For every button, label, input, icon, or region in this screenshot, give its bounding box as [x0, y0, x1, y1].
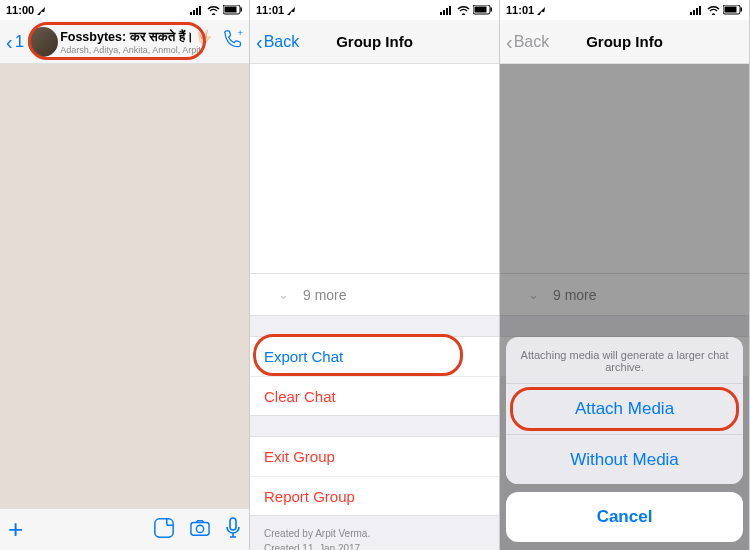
group-info-body[interactable]: ⌄ 9 more Export Chat Clear Chat Exit Gro… — [250, 64, 499, 550]
svg-rect-14 — [446, 8, 448, 15]
back-button[interactable]: ‹ 1 — [6, 32, 24, 52]
wifi-icon — [207, 6, 220, 15]
screen-export-sheet: 11:01 ‹ Back Group Info ⌄ 9 more Export … — [500, 0, 750, 550]
svg-rect-15 — [449, 6, 451, 15]
signal-icon — [690, 6, 704, 15]
report-group-row[interactable]: Report Group — [250, 476, 499, 516]
mic-button[interactable] — [225, 517, 241, 543]
exit-group-row[interactable]: Exit Group — [250, 436, 499, 476]
svg-rect-0 — [190, 12, 192, 15]
group-title: Fossbytes: कर सकते हैं।🤟🏻 — [60, 29, 217, 45]
clear-chat-row[interactable]: Clear Chat — [250, 376, 499, 416]
action-sheet-cancel-group: Cancel — [506, 492, 743, 542]
wifi-icon — [707, 6, 720, 15]
attach-media-button[interactable]: Attach Media — [506, 384, 743, 434]
svg-rect-9 — [191, 522, 209, 535]
chevron-left-icon: ‹ — [506, 32, 513, 52]
svg-rect-18 — [491, 8, 493, 12]
without-media-button[interactable]: Without Media — [506, 434, 743, 484]
svg-rect-24 — [725, 7, 737, 13]
chat-nav-bar: ‹ 1 Fossbytes: कर सकते हैं।🤟🏻 Adarsh, Ad… — [0, 20, 249, 64]
svg-rect-3 — [199, 6, 201, 15]
location-icon — [537, 6, 546, 15]
page-title: Group Info — [336, 33, 413, 50]
location-icon — [287, 6, 296, 15]
group-avatar[interactable] — [28, 27, 58, 57]
svg-rect-8 — [155, 518, 173, 536]
chat-body[interactable] — [0, 64, 249, 508]
status-bar: 11:01 — [500, 0, 749, 20]
members-list-area[interactable] — [250, 64, 499, 274]
battery-icon — [723, 5, 743, 15]
signal-icon — [440, 6, 454, 15]
action-sheet: Attaching media will generate a larger c… — [506, 337, 743, 542]
svg-point-10 — [196, 525, 203, 532]
signal-icon — [190, 6, 204, 15]
back-button[interactable]: ‹ Back — [256, 32, 299, 52]
more-members-row[interactable]: ⌄ 9 more — [250, 274, 499, 316]
camera-button[interactable] — [189, 518, 211, 542]
svg-rect-21 — [696, 8, 698, 15]
status-time: 11:01 — [256, 4, 284, 16]
group-members-subtitle: Adarsh, Aditya, Ankita, Anmol, Arpit — [60, 45, 217, 55]
wifi-icon — [457, 6, 470, 15]
screen-group-info: 11:01 ‹ Back Group Info ⌄ 9 more Export … — [250, 0, 500, 550]
chevron-left-icon: ‹ — [256, 32, 263, 52]
action-sheet-options: Attaching media will generate a larger c… — [506, 337, 743, 484]
status-time: 11:01 — [506, 4, 534, 16]
export-chat-row[interactable]: Export Chat — [250, 336, 499, 376]
group-info-body: ⌄ 9 more Export Chat Attaching media wil… — [500, 64, 749, 550]
back-unread-count: 1 — [15, 32, 24, 52]
svg-rect-5 — [225, 7, 237, 13]
svg-text:+: + — [237, 30, 242, 38]
sticker-button[interactable] — [153, 517, 175, 543]
svg-rect-19 — [690, 12, 692, 15]
chat-title-block[interactable]: Fossbytes: कर सकते हैं।🤟🏻 Adarsh, Aditya… — [60, 29, 217, 55]
group-info-nav: ‹ Back Group Info — [500, 20, 749, 64]
back-button: ‹ Back — [506, 32, 549, 52]
svg-rect-1 — [193, 10, 195, 15]
svg-rect-25 — [741, 8, 743, 12]
cancel-button[interactable]: Cancel — [506, 492, 743, 542]
screen-chat: 11:00 ‹ 1 Fossbytes: कर सकते हैं।🤟🏻 Adar… — [0, 0, 250, 550]
chat-input-bar: + — [0, 508, 249, 550]
status-bar: 11:00 — [0, 0, 249, 20]
status-time: 11:00 — [6, 4, 34, 16]
created-info: Created by Arpit Verma. Created 11. Jan … — [250, 516, 499, 550]
svg-rect-12 — [440, 12, 442, 15]
svg-rect-20 — [693, 10, 695, 15]
svg-rect-2 — [196, 8, 198, 15]
action-sheet-note: Attaching media will generate a larger c… — [506, 337, 743, 384]
attach-button[interactable]: + — [8, 514, 23, 545]
page-title: Group Info — [586, 33, 663, 50]
chevron-left-icon: ‹ — [6, 32, 13, 52]
status-bar: 11:01 — [250, 0, 499, 20]
svg-rect-6 — [241, 8, 243, 12]
svg-rect-17 — [475, 7, 487, 13]
call-button[interactable]: + — [221, 30, 243, 54]
hand-emoji-icon: 🤟🏻 — [196, 30, 212, 44]
chevron-down-icon: ⌄ — [278, 287, 289, 302]
svg-rect-13 — [443, 10, 445, 15]
group-info-nav: ‹ Back Group Info — [250, 20, 499, 64]
svg-rect-11 — [230, 518, 236, 530]
location-icon — [37, 6, 46, 15]
battery-icon — [223, 5, 243, 15]
svg-rect-22 — [699, 6, 701, 15]
battery-icon — [473, 5, 493, 15]
